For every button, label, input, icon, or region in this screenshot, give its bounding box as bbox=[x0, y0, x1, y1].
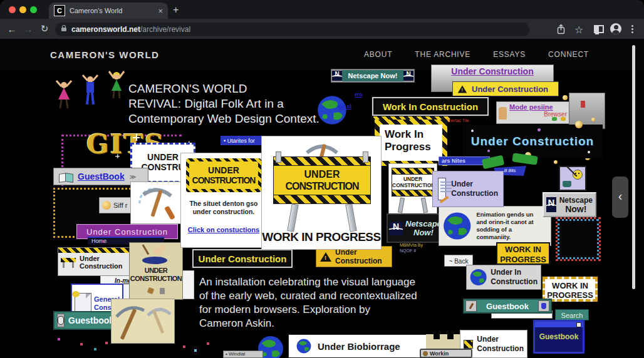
banner-label: Under bbox=[451, 180, 498, 189]
traffic-lights bbox=[5, 6, 37, 13]
card-label: Construction bbox=[477, 344, 524, 354]
brewser-label: Brewser bbox=[509, 111, 567, 118]
mode-pesiine-link[interactable]: Mode pesiine bbox=[509, 103, 567, 111]
click-constructions-link[interactable]: Click on constuctions bbox=[188, 226, 259, 233]
nav-about[interactable]: ABOUT bbox=[364, 50, 392, 59]
card-text: Enimation gends un bbox=[476, 211, 547, 218]
new-tab-button[interactable]: + bbox=[173, 4, 179, 16]
scroll-left-chevron[interactable]: ‹ bbox=[612, 176, 628, 218]
text-fragment: Enertac Tile bbox=[446, 118, 469, 123]
banner-label: Work In Construction bbox=[383, 101, 478, 112]
scrollbar-thumb[interactable] bbox=[632, 45, 635, 289]
browser-menu-icon[interactable] bbox=[631, 25, 633, 27]
book-icon bbox=[59, 172, 73, 181]
sign-label: CONSTRUCTION bbox=[189, 175, 258, 185]
star-dot bbox=[538, 128, 541, 131]
card-text: sodding of a commaniity. bbox=[476, 226, 547, 241]
banner-label: Under In bbox=[491, 268, 538, 277]
glitch-line: MBMVta By bbox=[400, 242, 423, 248]
nav-the-archive[interactable]: THE ARCHIVE bbox=[415, 50, 470, 59]
site-logo[interactable]: CAMERON'S WORLD bbox=[50, 49, 159, 60]
button-label: Now! bbox=[405, 228, 442, 237]
mini-icon bbox=[423, 351, 428, 356]
smiley-card bbox=[559, 166, 586, 191]
search-button[interactable]: Search bbox=[555, 309, 589, 320]
guestbook-banner[interactable]: Guestbook bbox=[463, 299, 552, 314]
pixel-decor bbox=[581, 101, 585, 108]
mode-pesiine-panel: Mode pesiine Brewser bbox=[496, 101, 570, 124]
nav-connect[interactable]: CONNECT bbox=[548, 50, 589, 59]
star-dot bbox=[471, 130, 474, 132]
under-in-construction-banner: Under In Construction bbox=[466, 265, 541, 290]
mouse-icon bbox=[57, 314, 65, 327]
zoom-window-button[interactable] bbox=[30, 6, 37, 13]
card-label: Under bbox=[477, 335, 524, 344]
nav-essays[interactable]: ESSAYS bbox=[493, 50, 526, 59]
site-nav: ABOUT THE ARCHIVE ESSAYS CONNECT bbox=[364, 50, 589, 59]
desc-line: Cameron Askin. bbox=[199, 317, 417, 330]
sign-leg bbox=[398, 198, 405, 213]
window-control-icon[interactable] bbox=[576, 322, 581, 327]
gold-dot bbox=[554, 160, 558, 164]
desc-line: An installation celebrating the visual l… bbox=[199, 275, 417, 289]
globe-icon bbox=[443, 212, 471, 240]
card-label: Progress bbox=[385, 141, 442, 153]
tab-close-icon[interactable]: × bbox=[158, 6, 163, 16]
card-label: Work In bbox=[385, 128, 442, 141]
rainbow-frame bbox=[556, 217, 601, 261]
glitch-line: NQOF # bbox=[400, 248, 423, 253]
banner-label: Construction bbox=[451, 189, 498, 198]
box-label: WORK IN bbox=[545, 281, 595, 290]
bookmark-star-icon[interactable]: ☆ bbox=[574, 24, 583, 36]
back-icon[interactable]: ← bbox=[4, 24, 20, 34]
pickaxe-icon bbox=[131, 182, 181, 222]
pixel-decor bbox=[105, 342, 108, 344]
minimize-window-button[interactable] bbox=[19, 6, 26, 13]
card-label: Under bbox=[80, 255, 122, 262]
address-bar[interactable]: cameronsworld.net/archive/revival bbox=[55, 23, 529, 36]
globe-icon bbox=[296, 339, 311, 354]
mini-icon bbox=[552, 117, 557, 121]
card-label: Construction bbox=[80, 262, 122, 270]
link-fragment[interactable]: od sl bbox=[338, 103, 351, 110]
dancer-blue-icon bbox=[80, 74, 101, 107]
workin-fragment: Workin bbox=[420, 349, 472, 358]
browser-tab[interactable]: C Cameron's World × bbox=[49, 3, 168, 19]
card-label: CONSTRUCTION bbox=[130, 275, 182, 283]
share-icon[interactable] bbox=[556, 24, 566, 37]
star-dot bbox=[487, 150, 490, 152]
netscape-now-banner[interactable]: N Netscape Now! N bbox=[331, 69, 415, 83]
button-label: Netscape bbox=[405, 220, 442, 228]
button-label: Now! bbox=[559, 205, 593, 213]
hero-line3: Contemporary Web Design Context. bbox=[128, 111, 319, 126]
link-fragment[interactable]: rro bbox=[355, 91, 363, 98]
netscape-n-icon: N bbox=[403, 71, 413, 81]
intro-paragraph: An installation celebrating the visual l… bbox=[199, 275, 417, 330]
sparkle-icon bbox=[115, 154, 120, 158]
box-label: PROGRESS bbox=[545, 290, 595, 300]
card-text: and orinn-it canot at bbox=[476, 218, 547, 226]
sidebar-icon[interactable] bbox=[594, 25, 604, 33]
reload-icon[interactable]: ↻ bbox=[36, 23, 53, 34]
profile-avatar[interactable] bbox=[610, 23, 621, 34]
forward-icon[interactable]: → bbox=[20, 24, 36, 34]
hero-line1: CAMERON'S WORLD bbox=[128, 81, 319, 96]
banner-label: Under Construction bbox=[199, 253, 287, 264]
guestbook-button[interactable]: Guestbook bbox=[53, 311, 117, 330]
sign-leg bbox=[345, 203, 356, 232]
bird-icon bbox=[72, 291, 80, 297]
close-window-button[interactable] bbox=[9, 6, 16, 13]
lavender-under-construction: Under Construction bbox=[432, 171, 504, 207]
gold-dot bbox=[591, 118, 595, 121]
work-in-progress-box: WORK IN PROGRESS bbox=[496, 242, 550, 265]
barricade-icon bbox=[61, 257, 76, 268]
mini-icon bbox=[561, 117, 566, 121]
netscape-n-icon: N bbox=[332, 71, 342, 81]
card-text: The situet denton gso bbox=[186, 200, 261, 208]
under-construction-link[interactable]: Under Construction bbox=[432, 66, 553, 76]
netscape-n-icon: N bbox=[389, 222, 403, 235]
netscape-now-button[interactable]: N Netscape Now! bbox=[543, 192, 596, 217]
guestbook-link: GuestBook bbox=[78, 171, 125, 182]
pickaxe-card bbox=[130, 182, 183, 224]
guestbook-window[interactable]: Guestbook bbox=[533, 320, 584, 354]
